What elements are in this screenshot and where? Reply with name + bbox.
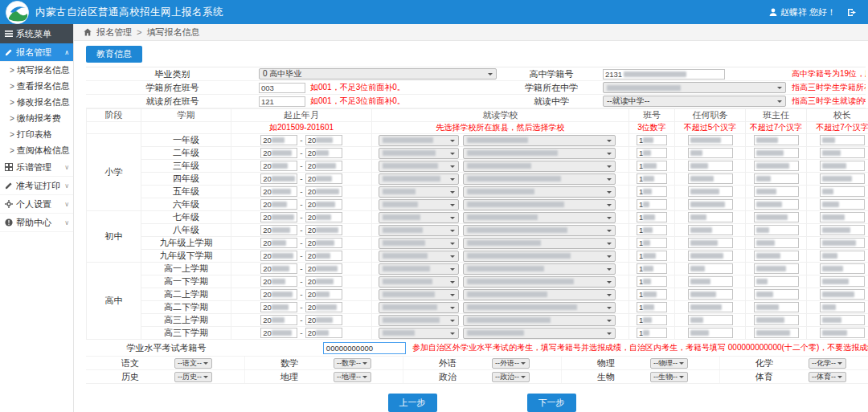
sidebar-section-0[interactable]: 乐谱管理∨ [0, 158, 73, 177]
date-input[interactable]: 20 [260, 212, 297, 222]
duty-input[interactable] [688, 302, 733, 312]
sidebar-section-baoming[interactable]: 报名管理 ∧ [0, 43, 73, 62]
school-select[interactable] [463, 186, 616, 198]
school-select[interactable] [463, 225, 616, 236]
duty-input[interactable] [688, 289, 733, 300]
county-select[interactable] [379, 276, 459, 288]
class-no-input[interactable]: 1 [637, 315, 667, 325]
class-no-input[interactable]: 1 [637, 135, 667, 145]
head-teacher-input[interactable] [754, 186, 799, 197]
principal-input[interactable] [820, 148, 865, 158]
subject-score-select[interactable]: --物理-- [650, 358, 688, 369]
principal-input[interactable] [820, 161, 865, 171]
sidebar-item-1[interactable]: >查看报名信息 [0, 78, 73, 94]
principal-input[interactable] [820, 263, 865, 274]
class-no-input[interactable]: 1 [637, 161, 667, 171]
date-input[interactable]: 20 [305, 225, 342, 235]
principal-input[interactable] [820, 328, 865, 338]
principal-input[interactable] [820, 199, 865, 210]
county-select[interactable] [379, 315, 459, 326]
registered-class-input[interactable]: 003 [259, 83, 305, 93]
subject-score-select[interactable]: --外语-- [492, 358, 530, 369]
date-input[interactable]: 20 [260, 225, 297, 235]
school-select[interactable] [463, 315, 616, 326]
sidebar-item-4[interactable]: >打印表格 [0, 126, 73, 142]
head-teacher-input[interactable] [754, 148, 799, 158]
class-no-input[interactable]: 1 [637, 302, 667, 312]
date-input[interactable]: 20 [260, 251, 297, 261]
county-select[interactable] [379, 289, 459, 300]
duty-input[interactable] [688, 328, 733, 338]
county-select[interactable] [379, 161, 459, 172]
principal-input[interactable] [820, 276, 865, 287]
date-input[interactable]: 20 [260, 135, 297, 145]
date-input[interactable]: 20 [260, 148, 297, 158]
principal-input[interactable] [820, 173, 865, 184]
school-select[interactable] [463, 238, 616, 249]
school-select[interactable] [463, 251, 616, 262]
sidebar-section-3[interactable]: 帮助中心∨ [0, 214, 73, 232]
duty-input[interactable] [688, 263, 733, 274]
sidebar-item-5[interactable]: >查阅体检信息 [0, 142, 73, 158]
head-teacher-input[interactable] [754, 315, 799, 325]
county-select[interactable] [379, 173, 459, 185]
subject-score-select[interactable]: --政治-- [492, 372, 530, 382]
county-select[interactable] [379, 302, 459, 313]
date-input[interactable]: 20 [305, 276, 342, 287]
class-no-input[interactable]: 1 [637, 148, 667, 158]
highschool-student-id-input[interactable]: 2131 [603, 69, 725, 80]
tab-education-info[interactable]: 教育信息 [86, 46, 142, 63]
principal-input[interactable] [820, 315, 865, 325]
county-select[interactable] [379, 135, 459, 146]
duty-input[interactable] [688, 225, 733, 235]
subject-score-select[interactable]: --生物-- [650, 372, 688, 382]
school-select[interactable] [463, 173, 616, 185]
date-input[interactable]: 20 [260, 199, 297, 210]
graduation-type-select[interactable]: 0 高中毕业 [259, 68, 497, 80]
class-no-input[interactable]: 1 [637, 263, 667, 274]
date-input[interactable]: 20 [305, 186, 342, 197]
head-teacher-input[interactable] [754, 302, 799, 312]
head-teacher-input[interactable] [754, 225, 799, 235]
class-no-input[interactable]: 1 [637, 289, 667, 300]
date-input[interactable]: 20 [305, 328, 342, 338]
date-input[interactable]: 20 [305, 263, 342, 274]
principal-input[interactable] [820, 289, 865, 300]
sidebar-item-2[interactable]: >修改报名信息 [0, 94, 73, 110]
sidebar-item-0[interactable]: >填写报名信息 [0, 62, 73, 78]
exam-id-input[interactable]: 00000000000 [323, 342, 406, 354]
date-input[interactable]: 20 [260, 289, 297, 300]
attending-class-input[interactable]: 121 [259, 96, 305, 107]
date-input[interactable]: 20 [260, 328, 297, 338]
head-teacher-input[interactable] [754, 173, 799, 184]
principal-input[interactable] [820, 251, 865, 261]
class-no-input[interactable]: 1 [637, 276, 667, 287]
head-teacher-input[interactable] [754, 251, 799, 261]
head-teacher-input[interactable] [754, 199, 799, 210]
date-input[interactable]: 20 [305, 148, 342, 158]
head-teacher-input[interactable] [754, 135, 799, 145]
subject-score-select[interactable]: --数学-- [334, 358, 371, 369]
county-select[interactable] [379, 251, 459, 262]
subject-score-select[interactable]: --语文-- [174, 358, 212, 369]
duty-input[interactable] [688, 276, 733, 287]
principal-input[interactable] [820, 186, 865, 197]
principal-input[interactable] [820, 135, 865, 145]
head-teacher-input[interactable] [754, 263, 799, 274]
date-input[interactable]: 20 [305, 302, 342, 312]
duty-input[interactable] [688, 238, 733, 248]
head-teacher-input[interactable] [754, 328, 799, 338]
head-teacher-input[interactable] [754, 276, 799, 287]
sidebar-section-1[interactable]: 准考证打印∨ [0, 177, 73, 195]
county-select[interactable] [379, 212, 459, 223]
subject-score-select[interactable]: --地理-- [334, 372, 371, 382]
date-input[interactable]: 20 [305, 315, 342, 325]
principal-input[interactable] [820, 238, 865, 248]
date-input[interactable]: 20 [260, 173, 297, 184]
head-teacher-input[interactable] [754, 212, 799, 222]
registered-school-select[interactable] [603, 82, 786, 93]
duty-input[interactable] [688, 186, 733, 197]
duty-input[interactable] [688, 212, 733, 222]
county-select[interactable] [379, 238, 459, 249]
duty-input[interactable] [688, 199, 733, 210]
